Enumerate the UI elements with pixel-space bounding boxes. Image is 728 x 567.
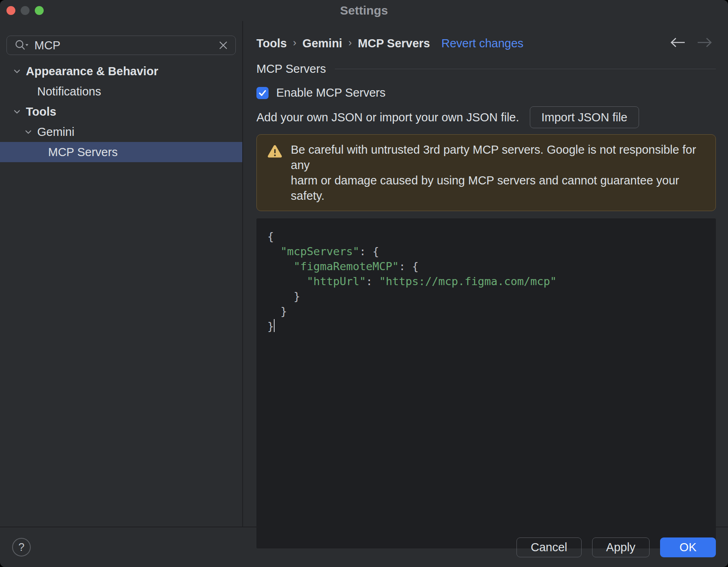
chevron-down-icon[interactable] [11,107,23,116]
json-token: : [366,275,379,288]
json-code: { "mcpServers": { "figmaRemoteMCP": { "h… [267,229,708,334]
sidebar-item-mcp-servers[interactable]: MCP Servers [0,142,242,162]
ok-button[interactable]: OK [660,537,716,557]
settings-content: Tools › Gemini › MCP Servers Revert chan… [243,21,728,527]
enable-mcp-label: Enable MCP Servers [276,86,385,99]
traffic-lights [6,0,44,21]
help-button[interactable]: ? [12,538,31,556]
warning-line-1: Be careful with untrusted 3rd party MCP … [291,143,696,171]
sidebar-item-label: Gemini [37,125,74,139]
settings-sidebar: MCP Appearance & Behavior [0,21,243,527]
cancel-button[interactable]: Cancel [516,537,581,557]
breadcrumb-tools[interactable]: Tools [256,37,287,50]
sidebar-item-label: Notifications [37,85,101,98]
search-icon [14,39,29,51]
sidebar-item-notifications[interactable]: Notifications [0,81,242,102]
sidebar-item-label: Appearance & Behavior [26,65,158,78]
json-string-value: "https://mcp.figma.com/mcp" [379,275,557,288]
back-arrow-icon[interactable] [669,37,686,50]
add-json-text: Add your own JSON or import your own JSO… [256,111,519,124]
warning-icon [267,145,282,160]
warning-banner: Be careful with untrusted 3rd party MCP … [256,134,716,211]
json-token: : { [399,260,419,273]
window-title: Settings [340,4,388,17]
json-token [267,245,281,258]
dialog-footer: ? Cancel Apply OK [0,527,728,567]
json-token: : { [360,245,379,258]
sidebar-item-gemini[interactable]: Gemini [0,122,242,142]
json-key: "figmaRemoteMCP" [294,260,399,273]
chevron-down-icon[interactable] [11,66,23,76]
apply-button[interactable]: Apply [592,537,650,557]
breadcrumb-mcp-servers: MCP Servers [358,37,430,50]
search-value: MCP [34,39,213,52]
json-key: "httpUrl" [307,275,366,288]
sidebar-item-label: MCP Servers [48,146,118,159]
section-header: MCP Servers [256,62,716,76]
breadcrumb: Tools › Gemini › MCP Servers Revert chan… [256,36,716,51]
search-input[interactable]: MCP [6,36,236,55]
enable-mcp-row: Enable MCP Servers [256,86,716,99]
json-key: "mcpServers" [281,245,360,258]
mcp-json-editor[interactable]: { "mcpServers": { "figmaRemoteMCP": { "h… [256,218,716,548]
breadcrumb-separator: › [348,36,352,49]
sidebar-item-appearance-behavior[interactable]: Appearance & Behavior [0,61,242,81]
section-title: MCP Servers [256,62,326,76]
json-token: { [267,230,274,243]
settings-window: Settings MCP [0,0,728,567]
warning-line-2: harm or damage caused by using MCP serve… [291,174,679,202]
sidebar-item-label: Tools [26,105,56,118]
json-token [267,260,294,273]
forward-arrow-icon[interactable] [696,37,713,50]
settings-tree: Appearance & Behavior Notifications Tool… [0,61,242,162]
chevron-down-icon[interactable] [22,127,35,137]
json-token: } [267,290,300,303]
add-json-row: Add your own JSON or import your own JSO… [256,106,716,128]
revert-changes-link[interactable]: Revert changes [441,37,523,50]
close-window-button[interactable] [6,6,15,15]
import-json-file-button[interactable]: Import JSON file [530,106,639,128]
enable-mcp-checkbox[interactable] [256,87,269,99]
zoom-window-button[interactable] [35,6,44,15]
breadcrumb-gemini[interactable]: Gemini [303,37,342,50]
clear-search-icon[interactable] [218,40,228,50]
minimize-window-button[interactable] [21,6,30,15]
titlebar: Settings [0,0,728,21]
json-token [267,275,307,288]
json-token: } [267,305,287,317]
chevron-spacer [22,87,35,96]
warning-text: Be careful with untrusted 3rd party MCP … [291,142,705,203]
json-token: } [267,320,274,332]
section-divider [335,69,716,69]
sidebar-item-tools[interactable]: Tools [0,102,242,122]
breadcrumb-separator: › [293,36,296,49]
text-caret [274,319,275,332]
